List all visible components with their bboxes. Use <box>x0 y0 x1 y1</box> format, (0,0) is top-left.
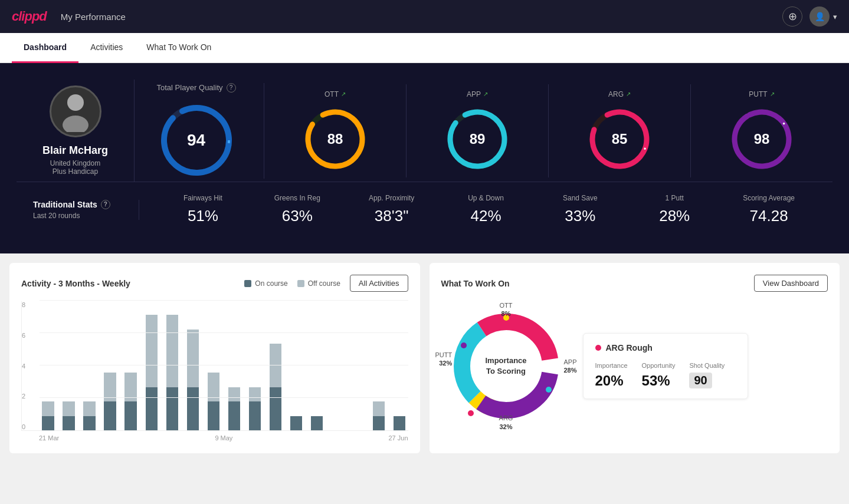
stat-fairways-label: Fairways Hit <box>183 194 222 202</box>
main-gauge: 94 <box>158 102 235 179</box>
stat-scoring-value: 74.28 <box>750 207 788 225</box>
app-title: APP ↗ <box>467 90 488 98</box>
workon-title: What To Work On <box>441 279 510 288</box>
quality-label: Total Player Quality ? <box>157 83 236 93</box>
recommendation-card: ARG Rough Importance 20% Opportunity 53%… <box>583 333 748 399</box>
bar-on <box>42 416 54 430</box>
putt-gauge: 98 <box>729 107 794 172</box>
arg-donut-label: ARG <box>499 414 513 422</box>
app-donut-label: APP <box>563 358 576 366</box>
bar-chart: 8 6 4 2 0 <box>21 301 408 431</box>
stat-sandsave-label: Sand Save <box>563 194 598 202</box>
putt-trend: ↗ <box>770 91 775 97</box>
shotquality-metric: Shot Quality 90 <box>689 362 725 389</box>
bar-on <box>83 416 95 430</box>
add-button[interactable]: ⊕ <box>782 6 802 27</box>
opportunity-label: Opportunity <box>642 362 676 369</box>
bar-group-1 <box>60 301 77 430</box>
svg-point-0 <box>67 94 84 111</box>
recommendation-metrics: Importance 20% Opportunity 53% Shot Qual… <box>595 362 736 389</box>
workon-header: What To Work On View Dashboard <box>441 275 828 292</box>
all-activities-button[interactable]: All Activities <box>350 275 408 292</box>
nav-title: My Performance <box>61 12 126 22</box>
metric-arg: ARG ↗ 85 <box>549 84 691 177</box>
bar-on <box>208 401 219 430</box>
player-card: Blair McHarg United Kingdom Plus Handica… <box>17 80 135 182</box>
bar-on <box>124 401 136 430</box>
bar-off <box>228 387 240 401</box>
bar-on <box>166 387 178 430</box>
bar-on <box>228 401 240 430</box>
bar-off <box>124 373 136 401</box>
putt-donut-label: PUTT <box>435 351 453 359</box>
workon-card: What To Work On View Dashboard <box>430 263 840 453</box>
stat-fairways-value: 51% <box>188 207 218 225</box>
topnav: clippd My Performance ⊕ 👤 ▾ <box>0 0 849 33</box>
oncourse-dot <box>244 280 251 287</box>
importance-metric: Importance 20% <box>595 362 628 389</box>
arg-score: 85 <box>612 131 628 147</box>
bar-off <box>373 401 385 416</box>
main-score: 94 <box>187 131 205 150</box>
stat-fairways: Fairways Hit 51% <box>156 194 250 225</box>
bar-group-6 <box>163 301 181 430</box>
stat-proximity: App. Proximity 38'3" <box>345 194 439 225</box>
activity-card: Activity - 3 Months - Weekly On course O… <box>9 263 420 453</box>
bar-group-11 <box>267 301 284 430</box>
user-avatar-button[interactable]: 👤 ▾ <box>809 6 837 27</box>
stats-info-icon[interactable]: ? <box>101 200 110 209</box>
svg-point-23 <box>461 342 467 348</box>
bar-group-9 <box>225 301 242 430</box>
bar-group-0 <box>40 301 57 430</box>
donut-center-text: ImportanceTo Scoring <box>485 355 526 377</box>
stat-greens-label: Greens In Reg <box>274 194 320 202</box>
bar-on <box>311 416 323 430</box>
view-dashboard-button[interactable]: View Dashboard <box>754 275 828 292</box>
stat-greens-value: 63% <box>282 207 313 225</box>
putt-score: 98 <box>754 131 770 147</box>
stat-scoring-label: Scoring Average <box>743 194 795 202</box>
bar-on <box>373 416 385 430</box>
tab-dashboard[interactable]: Dashboard <box>12 33 78 63</box>
player-country: United Kingdom <box>50 159 100 167</box>
arg-title: ARG ↗ <box>608 90 631 98</box>
bar-group-16 <box>371 301 388 430</box>
info-icon[interactable]: ? <box>227 83 236 93</box>
oncourse-label: On course <box>255 279 287 288</box>
stat-oneputt-value: 28% <box>659 207 690 225</box>
stat-scoring: Scoring Average 74.28 <box>722 194 816 225</box>
tab-what-to-work-on[interactable]: What To Work On <box>135 33 223 63</box>
arg-pct: 32% <box>499 423 513 431</box>
stat-updown-value: 42% <box>470 207 501 225</box>
svg-point-22 <box>468 410 474 416</box>
stat-oneputt: 1 Putt 28% <box>627 194 722 225</box>
app-score: 89 <box>470 131 486 147</box>
app-gauge: 89 <box>445 107 510 172</box>
bar-on <box>63 416 74 430</box>
importance-label: Importance <box>595 362 628 369</box>
svg-point-21 <box>546 387 552 393</box>
recommendation-title: ARG Rough <box>595 343 736 353</box>
svg-point-1 <box>63 116 88 132</box>
bar-group-3 <box>101 301 119 430</box>
x-axis: 21 Mar 9 May 27 Jun <box>21 434 408 442</box>
hero-top: Blair McHarg United Kingdom Plus Handica… <box>17 80 832 182</box>
bar-group-10 <box>246 301 263 430</box>
stat-proximity-value: 38'3" <box>375 207 409 225</box>
ott-trend: ↗ <box>341 91 346 97</box>
stat-items: Fairways Hit 51% Greens In Reg 63% App. … <box>139 194 816 225</box>
bar-on <box>394 416 405 430</box>
stats-title: Traditional Stats ? <box>33 200 127 209</box>
bar-on <box>249 401 261 430</box>
bar-off <box>166 315 178 387</box>
bar-on <box>104 401 116 430</box>
player-handicap: Plus Handicap <box>53 167 98 176</box>
bar-group-5 <box>143 301 160 430</box>
bar-off <box>146 315 158 387</box>
y-axis: 8 6 4 2 0 <box>22 301 25 430</box>
bar-group-12 <box>287 301 304 430</box>
tab-activities[interactable]: Activities <box>78 33 135 63</box>
nav-right: ⊕ 👤 ▾ <box>782 6 837 27</box>
bar-off <box>187 330 199 387</box>
tabs-bar: Dashboard Activities What To Work On <box>0 33 849 63</box>
